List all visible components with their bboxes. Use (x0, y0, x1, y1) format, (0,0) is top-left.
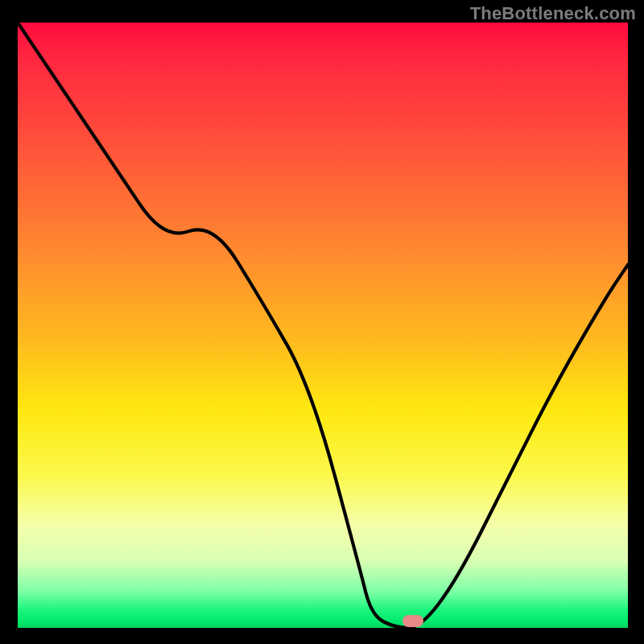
attribution-text: TheBottleneck.com (470, 3, 636, 24)
chart-frame: TheBottleneck.com (0, 0, 644, 644)
optimum-marker (402, 615, 423, 627)
bottleneck-curve (18, 23, 628, 628)
plot-area (18, 23, 628, 628)
